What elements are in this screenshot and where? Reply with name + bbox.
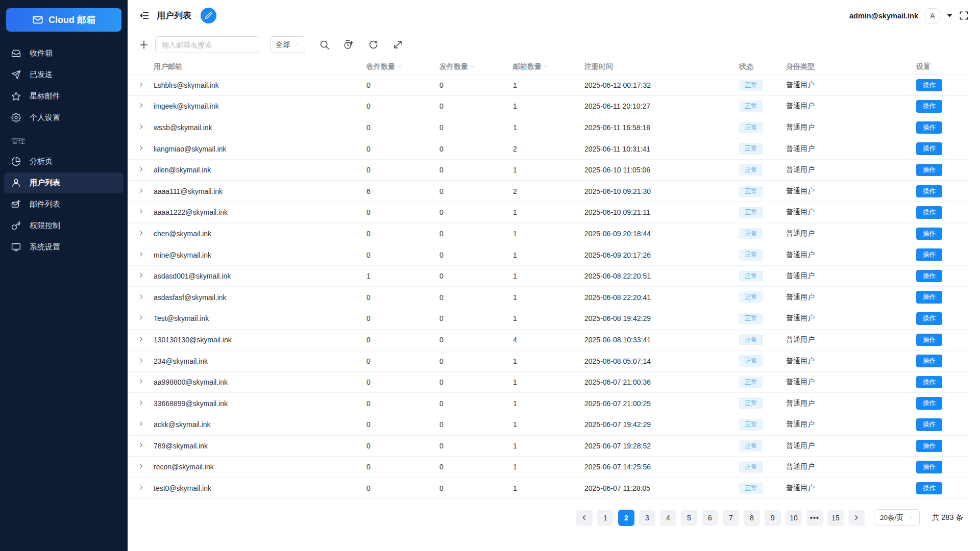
account-caret-down-icon[interactable] bbox=[947, 14, 952, 17]
col-inbound[interactable]: 收件数量 bbox=[366, 59, 439, 74]
expand-row-icon[interactable] bbox=[138, 484, 144, 491]
expand-row-icon[interactable] bbox=[138, 463, 144, 469]
action-button[interactable]: 操作 bbox=[916, 270, 942, 283]
expand-row-icon[interactable] bbox=[138, 123, 144, 130]
expand-row-icon[interactable] bbox=[138, 187, 144, 194]
compose-button[interactable] bbox=[201, 8, 216, 23]
pagination-page-9[interactable]: 9 bbox=[765, 510, 781, 526]
expand-table-icon[interactable] bbox=[393, 39, 403, 50]
action-button[interactable]: 操作 bbox=[916, 312, 942, 325]
pagination-page-5[interactable]: 5 bbox=[681, 510, 697, 526]
sidebar-item-personal-settings[interactable]: 个人设置 bbox=[4, 107, 124, 128]
sidebar-item-sent[interactable]: 已发送 bbox=[4, 64, 124, 85]
cell-inbound-count: 0 bbox=[366, 287, 439, 308]
col-mailboxes[interactable]: 邮箱数量 bbox=[513, 59, 584, 74]
cell-outbound-count: 0 bbox=[439, 371, 513, 393]
sort-caret-icon[interactable] bbox=[397, 64, 402, 69]
sidebar-item-inbox[interactable]: 收件箱 bbox=[4, 43, 124, 64]
action-button[interactable]: 操作 bbox=[916, 440, 942, 453]
expand-row-icon[interactable] bbox=[138, 166, 144, 172]
expand-row-icon[interactable] bbox=[138, 293, 144, 300]
action-button[interactable]: 操作 bbox=[916, 228, 942, 240]
sidebar-collapse-icon[interactable] bbox=[139, 10, 150, 21]
action-button[interactable]: 操作 bbox=[916, 461, 942, 473]
action-button[interactable]: 操作 bbox=[916, 185, 942, 198]
sidebar-item-permissions[interactable]: 权限控制 bbox=[4, 215, 124, 236]
avatar[interactable]: A bbox=[925, 8, 940, 23]
fullscreen-icon[interactable] bbox=[959, 11, 969, 20]
action-button[interactable]: 操作 bbox=[916, 334, 942, 346]
sort-caret-icon[interactable] bbox=[543, 64, 549, 69]
cell-mailbox-count: 1 bbox=[513, 371, 584, 393]
pagination-page-4[interactable]: 4 bbox=[660, 510, 676, 526]
pagination-ellipsis[interactable]: ••• bbox=[806, 510, 823, 526]
cell-role: 普通用户 bbox=[786, 329, 916, 350]
expand-row-icon[interactable] bbox=[138, 81, 144, 88]
pagination-page-2[interactable]: 2 bbox=[618, 510, 634, 526]
action-button[interactable]: 操作 bbox=[916, 121, 942, 134]
action-button[interactable]: 操作 bbox=[916, 418, 942, 431]
expand-row-icon[interactable] bbox=[138, 251, 144, 258]
expand-row-icon[interactable] bbox=[138, 378, 144, 385]
cell-outbound-count: 0 bbox=[439, 350, 513, 372]
app-logo-button[interactable]: Cloud 邮箱 bbox=[6, 8, 121, 32]
add-user-icon[interactable] bbox=[139, 40, 149, 50]
search-icon[interactable] bbox=[319, 39, 330, 50]
pagination-page-6[interactable]: 6 bbox=[702, 510, 718, 526]
cell-expander bbox=[128, 117, 154, 138]
expand-row-icon[interactable] bbox=[138, 357, 144, 364]
action-button[interactable]: 操作 bbox=[916, 206, 942, 219]
sort-caret-icon[interactable] bbox=[470, 64, 475, 69]
sidebar-item-analytics[interactable]: 分析页 bbox=[4, 151, 124, 172]
sidebar-item-system-settings[interactable]: 系统设置 bbox=[4, 237, 124, 258]
expand-row-icon[interactable] bbox=[138, 442, 144, 448]
sidebar-item-label: 分析页 bbox=[30, 157, 53, 166]
time-sort-icon[interactable] bbox=[344, 39, 354, 50]
search-input[interactable] bbox=[155, 36, 259, 53]
cell-inbound-count: 0 bbox=[366, 329, 439, 350]
col-outbound[interactable]: 发件数量 bbox=[439, 59, 513, 74]
pagination-next-button[interactable] bbox=[848, 510, 865, 526]
action-button[interactable]: 操作 bbox=[916, 355, 942, 367]
pagination-prev-button[interactable] bbox=[576, 510, 593, 526]
pagination-page-8[interactable]: 8 bbox=[744, 510, 760, 526]
action-button[interactable]: 操作 bbox=[916, 79, 942, 92]
action-button[interactable]: 操作 bbox=[916, 482, 942, 495]
expand-row-icon[interactable] bbox=[138, 399, 144, 406]
cell-registered-time: 2025-06-11 10:31:41 bbox=[584, 138, 739, 160]
sidebar-item-mail-list[interactable]: 邮件列表 bbox=[4, 194, 124, 215]
expand-row-icon[interactable] bbox=[138, 145, 144, 152]
cell-registered-time: 2025-06-08 22:20:41 bbox=[584, 287, 739, 308]
pagination-page-15[interactable]: 15 bbox=[827, 510, 844, 526]
pagination-page-3[interactable]: 3 bbox=[639, 510, 655, 526]
col-email: 用户邮箱 bbox=[154, 59, 366, 74]
filter-select[interactable]: 全部 bbox=[270, 36, 305, 53]
expand-row-icon[interactable] bbox=[138, 314, 144, 321]
action-button[interactable]: 操作 bbox=[916, 142, 942, 155]
action-button[interactable]: 操作 bbox=[916, 248, 942, 261]
sidebar-item-starred[interactable]: 星标邮件 bbox=[4, 86, 124, 107]
action-button[interactable]: 操作 bbox=[916, 376, 942, 389]
pagination-page-1[interactable]: 1 bbox=[597, 510, 614, 526]
refresh-icon[interactable] bbox=[368, 39, 379, 50]
expand-row-icon[interactable] bbox=[138, 336, 144, 342]
cell-registered-time: 2025-06-07 19:42:29 bbox=[584, 414, 739, 436]
column-label: 用户邮箱 bbox=[154, 62, 182, 70]
pagination-page-7[interactable]: 7 bbox=[723, 510, 739, 526]
expand-row-icon[interactable] bbox=[138, 102, 144, 109]
cell-email: wssb@skymail.ink bbox=[154, 117, 366, 138]
expand-row-icon[interactable] bbox=[138, 272, 144, 279]
action-button[interactable]: 操作 bbox=[916, 291, 942, 304]
expand-row-icon[interactable] bbox=[138, 420, 144, 427]
expand-row-icon[interactable] bbox=[138, 230, 144, 236]
page-size-select[interactable]: 20条/页 bbox=[874, 509, 920, 526]
status-badge: 正常 bbox=[739, 270, 763, 282]
action-button[interactable]: 操作 bbox=[916, 164, 942, 177]
expand-row-icon[interactable] bbox=[138, 208, 144, 215]
cell-email: 130130130@skymail.ink bbox=[154, 329, 366, 350]
pagination-page-10[interactable]: 10 bbox=[786, 510, 802, 526]
action-button[interactable]: 操作 bbox=[916, 100, 942, 113]
action-button[interactable]: 操作 bbox=[916, 397, 942, 410]
sidebar-item-user-list[interactable]: 用户列表 bbox=[4, 172, 124, 193]
cell-expander bbox=[128, 414, 154, 436]
